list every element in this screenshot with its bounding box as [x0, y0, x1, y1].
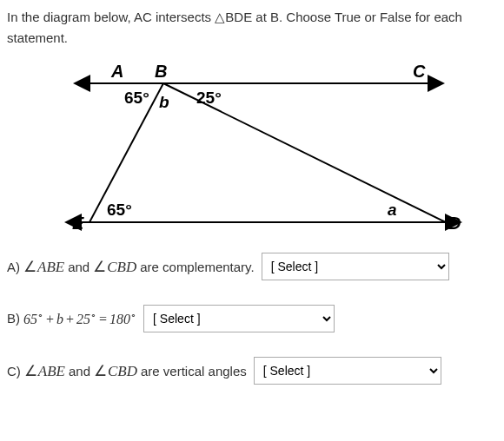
question-b-row: B) 65∘+b+25∘=180∘ [ Select ]: [7, 305, 497, 332]
qb-prefix: B): [7, 311, 20, 326]
angle-cbd-c: ∠CBD: [94, 362, 137, 380]
question-c-text: C) ∠ABE and ∠CBD are vertical angles: [7, 362, 247, 380]
triangle-icon: △: [215, 10, 225, 24]
qa-mid: and: [68, 260, 90, 274]
question-a-row: A) ∠ABE and ∠CBD are complementary. [ Se…: [7, 253, 497, 280]
angle-65-top: 65°: [124, 89, 149, 107]
label-C: C: [413, 62, 426, 81]
intro-part1: In the diagram below, AC intersects: [7, 10, 215, 24]
question-c-row: C) ∠ABE and ∠CBD are vertical angles [ S…: [7, 357, 497, 385]
qb-expression: 65∘+b+25∘=180∘: [23, 310, 136, 327]
select-a[interactable]: [ Select ]: [262, 253, 449, 280]
qa-suffix: are complementary.: [140, 260, 254, 274]
question-a-text: A) ∠ABE and ∠CBD are complementary.: [7, 258, 255, 276]
angle-25: 25°: [196, 89, 222, 107]
label-E: E: [72, 214, 84, 233]
angle-cbd: ∠CBD: [93, 258, 136, 276]
qc-suffix: are vertical angles: [141, 364, 247, 378]
label-A: A: [110, 62, 123, 81]
angle-abe-c: ∠ABE: [24, 362, 65, 380]
question-b-text: B) 65∘+b+25∘=180∘: [7, 310, 136, 327]
qa-prefix: A): [7, 260, 20, 274]
label-B: B: [155, 62, 167, 81]
select-b[interactable]: [ Select ]: [143, 305, 335, 332]
intro-text: In the diagram below, AC intersects △BDE…: [7, 7, 497, 49]
angle-65-bottom: 65°: [107, 201, 132, 219]
var-b: b: [159, 93, 169, 111]
select-c[interactable]: [ Select ]: [254, 357, 441, 385]
qc-prefix: C): [7, 364, 21, 378]
label-D: D: [448, 214, 461, 233]
var-a: a: [388, 201, 397, 219]
qc-mid: and: [69, 364, 90, 378]
angle-abe: ∠ABE: [23, 258, 64, 276]
geometry-diagram: A B C D E 65° b 25° 65° a: [42, 62, 476, 235]
